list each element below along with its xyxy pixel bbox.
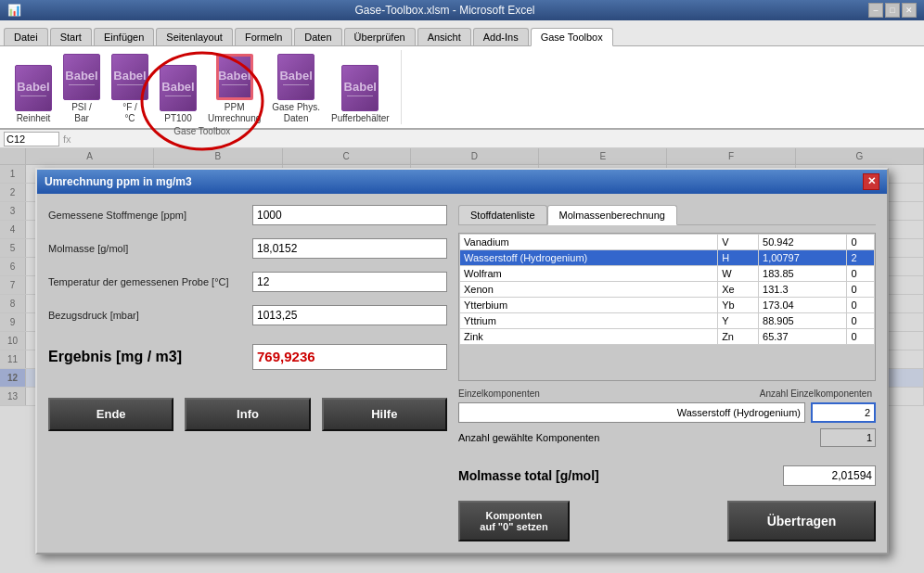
tab-ansicht[interactable]: Ansicht: [417, 28, 471, 45]
dialog-title: Umrechnung ppm in mg/m3: [45, 175, 192, 188]
tab-start[interactable]: Start: [50, 28, 92, 45]
tab-gase-toolbox[interactable]: Gase Toolbox: [531, 28, 613, 46]
bezugsdruck-label: Bezugsdruck [mbar]: [48, 310, 252, 321]
puffer-icon: Babel: [341, 65, 379, 111]
gase-phys-label: Gase Phys.Daten: [272, 102, 320, 124]
molmasse-label: Molmasse [g/mol]: [48, 243, 252, 254]
main-dialog: Umrechnung ppm in mg/m3 ✕ Gemessene Stof…: [35, 168, 889, 554]
bezugsdruck-input[interactable]: [252, 305, 447, 325]
molmasse-total-label: Molmasse total [g/mol]: [458, 468, 776, 483]
title-bar-icon: 📊: [7, 4, 21, 17]
temp-label: °F /°C: [122, 102, 137, 124]
molmasse-total-input: [783, 465, 876, 486]
cell-name-input[interactable]: [4, 132, 59, 146]
anzahl-label: Anzahl Einzelkomponenten: [547, 388, 872, 399]
temperatur-row: Temperatur der gemessenen Probe [°C]: [48, 272, 447, 292]
result-row: Ergebnis [mg / m3]: [48, 344, 447, 370]
bezugsdruck-row: Bezugsdruck [mbar]: [48, 305, 447, 325]
tab-ueberpruefen[interactable]: Überprüfen: [344, 28, 416, 45]
right-panel-tabs: Stoffdatenliste Molmassenberechnung: [458, 205, 876, 225]
stoffmenge-row: Gemessene Stoffmenge [ppm]: [48, 205, 447, 225]
temp-icon: Babel: [111, 54, 148, 100]
dialog-overlay: Umrechnung ppm in mg/m3 ✕ Gemessene Stof…: [0, 148, 924, 573]
selected-value-input[interactable]: [811, 402, 876, 423]
table-row[interactable]: WolframW183.850: [460, 265, 875, 281]
temp-button[interactable]: Babel °F /°C: [108, 52, 152, 126]
maximize-button[interactable]: □: [885, 3, 900, 18]
gase-phys-icon: Babel: [277, 54, 314, 100]
tab-datei[interactable]: Datei: [4, 28, 48, 45]
ppm-icon: Babel: [216, 54, 253, 100]
ribbon-tabs: Datei Start Einfügen Seitenlayout Formel…: [0, 20, 924, 46]
molmasse-total-row: Molmasse total [g/mol]: [458, 465, 876, 486]
selected-component-input[interactable]: [458, 402, 805, 423]
temperatur-label: Temperatur der gemessenen Probe [°C]: [48, 276, 252, 287]
puffer-label: Pufferbehälter: [331, 113, 390, 124]
title-bar-title: Gase-Toolbox.xlsm - Microsoft Excel: [21, 4, 868, 17]
dialog-button-row: Ende Info Hilfe: [48, 398, 447, 431]
table-row[interactable]: VanadiumV50.9420: [460, 234, 875, 249]
ribbon-content: Babel Reinheit Babel PSI /Bar Babel °F /…: [0, 46, 924, 130]
reinheit-icon: Babel: [15, 65, 52, 111]
molmasse-input[interactable]: [252, 238, 447, 259]
dialog-close-button[interactable]: ✕: [863, 173, 879, 190]
result-input: [252, 344, 447, 370]
psi-bar-label: PSI /Bar: [71, 102, 92, 124]
pt100-button[interactable]: Babel PT100: [156, 63, 200, 126]
title-bar: 📊 Gase-Toolbox.xlsm - Microsoft Excel – …: [0, 0, 924, 20]
info-button[interactable]: Info: [185, 398, 310, 431]
table-row[interactable]: Wasserstoff (Hydrogenium)H1,007972: [460, 249, 875, 265]
tab-daten[interactable]: Daten: [294, 28, 341, 45]
data-table-wrapper[interactable]: VanadiumV50.9420Wasserstoff (Hydrogenium…: [458, 233, 876, 381]
ppm-label: PPMUmrechnung: [208, 102, 261, 124]
gase-toolbox-group-label: Gase Toolbox: [173, 126, 230, 136]
table-row[interactable]: XenonXe131.30: [460, 281, 875, 297]
title-bar-controls: – □ ✕: [868, 3, 917, 18]
left-panel: Gemessene Stoffmenge [ppm] Molmasse [g/m…: [48, 205, 447, 541]
anzahl-gewaehlt-row: Anzahl gewählte Komponenten: [458, 428, 876, 447]
tab-einfuegen[interactable]: Einfügen: [94, 28, 154, 45]
stoffmenge-input[interactable]: [252, 205, 447, 225]
close-button[interactable]: ✕: [902, 3, 917, 18]
table-row[interactable]: YttriumY88.9050: [460, 312, 875, 328]
molmasse-row: Molmasse [g/mol]: [48, 238, 447, 259]
reinheit-button[interactable]: Babel Reinheit: [11, 63, 56, 126]
hilfe-button[interactable]: Hilfe: [322, 398, 447, 431]
tab-molmassenberechnung[interactable]: Molmassenberechnung: [547, 205, 677, 225]
right-panel-buttons: Kompontenauf "0" setzen Übertragen: [458, 501, 876, 541]
table-row[interactable]: ZinkZn65.370: [460, 328, 875, 344]
ubertragen-button[interactable]: Übertragen: [727, 501, 876, 541]
reinheit-label: Reinheit: [17, 113, 51, 124]
formula-bar: fx: [0, 130, 924, 148]
anzahl-gewaehlt-label: Anzahl gewählte Komponenten: [458, 432, 813, 443]
komponenten-button[interactable]: Kompontenauf "0" setzen: [458, 501, 570, 541]
psi-bar-button[interactable]: Babel PSI /Bar: [59, 52, 104, 126]
einzelkomponenten-label: Einzelkomponenten: [458, 388, 540, 399]
result-label: Ergebnis [mg / m3]: [48, 349, 252, 365]
gase-phys-button[interactable]: Babel Gase Phys.Daten: [268, 52, 324, 126]
puffer-button[interactable]: Babel Pufferbehälter: [327, 63, 393, 126]
table-row[interactable]: YtterbiumYb173.040: [460, 297, 875, 312]
component-table: VanadiumV50.9420Wasserstoff (Hydrogenium…: [459, 234, 875, 345]
pt100-label: PT100: [164, 113, 191, 124]
formula-separator: fx: [63, 134, 71, 145]
temperatur-input[interactable]: [252, 272, 447, 292]
ende-button[interactable]: Ende: [48, 398, 173, 431]
tab-seitenlayout[interactable]: Seitenlayout: [156, 28, 233, 45]
ppm-button[interactable]: Babel PPMUmrechnung: [204, 52, 264, 126]
tab-stoffdatenliste[interactable]: Stoffdatenliste: [458, 205, 547, 224]
right-panel: Stoffdatenliste Molmassenberechnung Vana…: [458, 205, 876, 541]
minimize-button[interactable]: –: [868, 3, 883, 18]
dialog-titlebar: Umrechnung ppm in mg/m3 ✕: [37, 170, 887, 194]
pt100-icon: Babel: [160, 65, 197, 111]
tab-addins[interactable]: Add-Ins: [473, 28, 529, 45]
gase-toolbox-group: Babel Reinheit Babel PSI /Bar Babel °F /…: [4, 50, 402, 124]
psi-bar-icon: Babel: [63, 54, 100, 100]
dialog-body: Gemessene Stoffmenge [ppm] Molmasse [g/m…: [37, 194, 887, 553]
anzahl-gewaehlt-input: [820, 428, 876, 447]
tab-formeln[interactable]: Formeln: [235, 28, 292, 45]
ribbon-buttons: Babel Reinheit Babel PSI /Bar Babel °F /…: [11, 52, 393, 126]
stoffmenge-label: Gemessene Stoffmenge [ppm]: [48, 210, 252, 221]
